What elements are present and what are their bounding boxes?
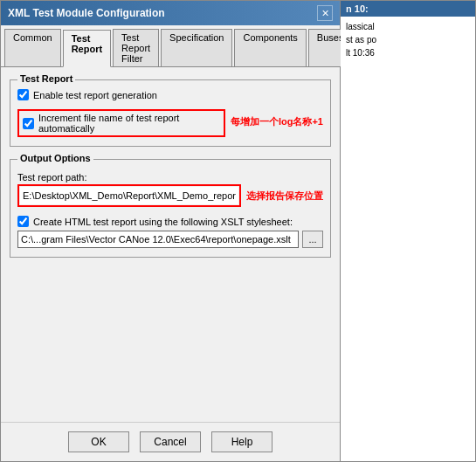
right-panel: n 10: lassical st as po lt 10:36 [341,0,476,462]
path-annotation: 选择报告保存位置 [246,190,323,203]
test-report-group: Test Report Enable test report generatio… [10,79,331,147]
increment-annotation: 每增加一个log名称+1 [231,115,323,128]
increment-report-row: Increment file name of test report autom… [17,109,225,137]
help-button[interactable]: Help [211,431,272,452]
right-line-1: lassical [346,20,470,33]
stylesheet-row: ... [17,231,323,248]
tab-test-report-filter[interactable]: Test Report Filter [113,29,159,66]
tab-common[interactable]: Common [4,29,61,66]
dialog-title: XML Test Module Configuration [8,7,165,19]
test-report-group-title: Test Report [17,73,75,84]
title-bar: XML Test Module Configuration ✕ [1,1,340,25]
path-input-row [17,184,241,207]
right-line-2: st as po [346,33,470,46]
enable-report-label: Enable test report generation [33,90,157,100]
output-options-title: Output Options [17,153,93,163]
increment-report-label: Increment file name of test report autom… [38,113,220,134]
main-dialog: XML Test Module Configuration ✕ Common T… [0,0,341,462]
stylesheet-input[interactable] [17,231,299,248]
dialog-wrapper: XML Test Module Configuration ✕ Common T… [0,0,476,462]
create-html-checkbox[interactable] [17,216,29,227]
path-input[interactable] [20,187,238,204]
enable-report-row: Enable test report generation [17,89,323,100]
right-panel-header: n 10: [341,1,475,17]
right-line-3: lt 10:36 [346,46,470,59]
browse-button[interactable]: ... [302,231,323,248]
dialog-footer: OK Cancel Help [1,422,340,461]
create-html-row: Create HTML test report using the follow… [17,216,323,227]
tab-bar: Common Test Report Test Report Filter Sp… [1,25,340,67]
enable-report-checkbox[interactable] [17,89,29,100]
tab-components[interactable]: Components [234,29,306,66]
cancel-button[interactable]: Cancel [140,431,201,452]
tab-test-report[interactable]: Test Report [63,30,111,67]
dialog-content: Test Report Enable test report generatio… [1,67,340,422]
path-label: Test report path: [17,172,323,183]
create-html-label: Create HTML test report using the follow… [33,217,293,227]
output-options-group: Output Options Test report path: 选择报告保存位… [10,159,331,258]
right-panel-text: lassical st as po lt 10:36 [341,17,475,63]
increment-report-checkbox[interactable] [23,118,34,129]
close-button[interactable]: ✕ [317,5,333,21]
tab-specification[interactable]: Specification [161,29,232,66]
ok-button[interactable]: OK [68,431,129,452]
